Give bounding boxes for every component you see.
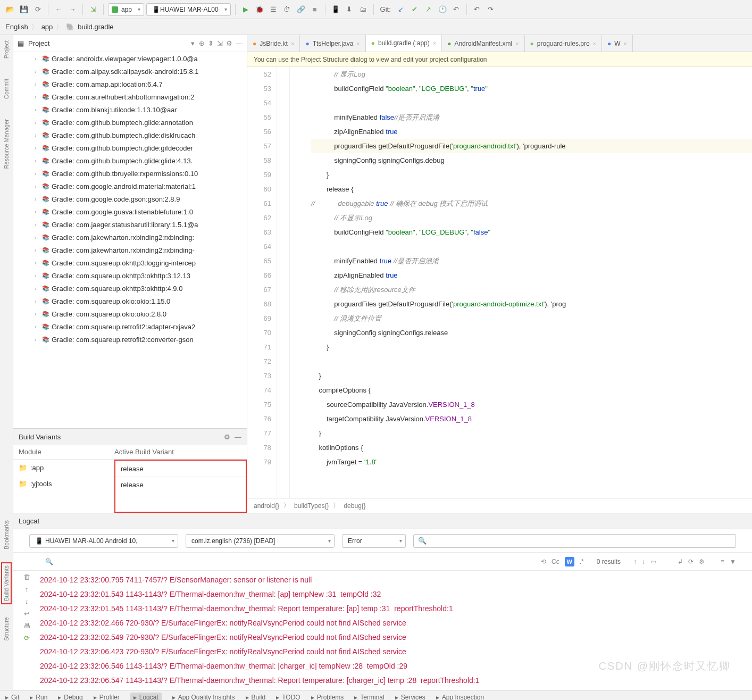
status-services[interactable]: ▸Services [395, 694, 425, 701]
tree-item[interactable]: ›📚Gradle: com.jaeger.statusbarutil:libra… [13, 218, 247, 231]
logcat-level-select[interactable]: Error [342, 534, 406, 548]
wrap-icon[interactable]: ↩ [24, 610, 30, 618]
forward-icon[interactable]: → [66, 4, 78, 15]
regex-icon[interactable]: .* [580, 558, 584, 565]
close-icon[interactable]: × [624, 40, 627, 47]
scroll-up-icon[interactable]: ↑ [25, 585, 29, 593]
editor-tab[interactable]: ●JsBride.kt× [247, 35, 300, 52]
hide-icon[interactable]: — [236, 39, 243, 47]
breadcrumb-module[interactable]: app [41, 23, 53, 31]
rail-resource-manager[interactable]: Resource Manager [2, 117, 11, 171]
sdk-icon[interactable]: ⬇ [344, 4, 355, 15]
close-icon[interactable]: × [433, 40, 436, 46]
avd-icon[interactable]: 📱 [330, 4, 341, 15]
vcs-push-icon[interactable]: ↗ [423, 4, 435, 15]
target-icon[interactable]: ⊕ [199, 39, 205, 47]
editor-tab[interactable]: ●build.gradle (:app)× [366, 35, 442, 52]
filter-icon[interactable]: ▼ [730, 558, 736, 565]
logcat-process-select[interactable]: com.lz.english (2736) [DEAD] [186, 534, 335, 548]
settings-icon[interactable]: ⚙ [699, 558, 705, 565]
tree-item[interactable]: ›📚Gradle: com.blankj:utilcode:1.13.10@aa… [13, 103, 247, 116]
status-profiler[interactable]: ▸Profiler [94, 694, 120, 701]
close-icon[interactable]: × [356, 40, 360, 47]
gear-icon[interactable]: ⚙ [224, 433, 230, 441]
tree-item[interactable]: ›📚Gradle: com.squareup.retrofit2:convert… [13, 333, 247, 346]
restart-icon[interactable]: ⟳ [688, 558, 693, 565]
tree-item[interactable]: ›📚Gradle: com.squareup.retrofit2:adapter… [13, 320, 247, 333]
tree-item[interactable]: ›📚Gradle: com.github.tbruyelle:rxpermiss… [13, 167, 247, 180]
line-gutter[interactable]: 5253545556575859606162636465666768697071… [247, 67, 277, 498]
vcs-history-icon[interactable]: 🕐 [437, 4, 448, 15]
status-debug[interactable]: ▸Debug [58, 694, 82, 701]
tree-item[interactable]: ›📚Gradle: com.squareup.okhttp3:okhttp:3.… [13, 269, 247, 282]
expand-icon[interactable]: ⇲ [217, 39, 223, 47]
build-icon[interactable]: ⇲ [87, 4, 99, 15]
stop-icon[interactable]: ■ [309, 4, 321, 15]
tree-item[interactable]: ›📚Gradle: com.squareup.okhttp3:logging-i… [13, 256, 247, 269]
hide-icon[interactable]: — [235, 433, 241, 441]
redo-icon[interactable]: ↷ [485, 4, 497, 15]
editor-tab[interactable]: ●W× [602, 35, 633, 52]
rail-structure[interactable]: Structure [2, 615, 11, 643]
status-git[interactable]: ▸Git [5, 694, 19, 701]
run-config-select[interactable]: app [108, 3, 144, 16]
match-case-icon[interactable]: Cc [552, 558, 559, 565]
profile-icon[interactable]: ⏱ [281, 4, 293, 15]
status-todo[interactable]: ▸TODO [276, 694, 300, 701]
coverage-icon[interactable]: ☰ [268, 4, 279, 15]
regex-prev-icon[interactable]: ⟲ [541, 558, 546, 565]
close-icon[interactable]: × [515, 40, 519, 47]
editor-tab[interactable]: ●AndroidManifest.xml× [442, 35, 524, 52]
status-terminal[interactable]: ▸Terminal [354, 694, 384, 701]
tree-item[interactable]: ›📚Gradle: com.google.guava:listenablefut… [13, 205, 247, 218]
editor-tab[interactable]: ●TtsHelper.java× [300, 35, 365, 52]
status-app-inspection[interactable]: ▸App Inspection [436, 694, 484, 701]
logcat-device-select[interactable]: 📱 HUAWEI MAR-AL00 Android 10, [29, 534, 178, 548]
logcat-header[interactable]: Logcat [13, 513, 752, 529]
module-yjtools[interactable]: 📁 :yjtools [19, 480, 109, 488]
tree-item[interactable]: ›📚Gradle: com.github.bumptech.glide:gifd… [13, 141, 247, 154]
select-all-icon[interactable]: ▭ [650, 558, 656, 565]
close-icon[interactable]: × [291, 40, 294, 47]
tree-item[interactable]: ›📚Gradle: com.github.bumptech.glide:glid… [13, 154, 247, 167]
vcs-commit-icon[interactable]: ✔ [409, 4, 421, 15]
code-editor[interactable]: // 显示Log buildConfigField "boolean", "LO… [290, 67, 752, 498]
project-view-icon[interactable]: ▤ [18, 39, 24, 47]
open-icon[interactable]: 📂 [4, 4, 16, 15]
status-problems[interactable]: ▸Problems [311, 694, 344, 701]
rail-build-variants[interactable]: Build Variants [1, 562, 12, 604]
variant-yjtools[interactable]: release [115, 477, 246, 493]
tree-item[interactable]: ›📚Gradle: com.jakewharton.rxbinding2:rxb… [13, 231, 247, 244]
tree-item[interactable]: ›📚Gradle: com.github.bumptech.glide:anno… [13, 116, 247, 129]
words-icon[interactable]: W [565, 557, 574, 566]
tree-item[interactable]: ›📚Gradle: com.github.bumptech.glide:disk… [13, 129, 247, 141]
vcs-rollback-icon[interactable]: ↶ [450, 4, 462, 15]
back-icon[interactable]: ← [53, 4, 64, 15]
tree-item[interactable]: ›📚Gradle: com.jakewharton.rxbinding2:rxb… [13, 244, 247, 256]
tree-item[interactable]: ›📚Gradle: com.alipay.sdk:alipaysdk-andro… [13, 65, 247, 78]
status-logcat[interactable]: ▸Logcat [130, 693, 162, 701]
scroll-down-icon[interactable]: ↓ [25, 597, 29, 605]
layout-inspector-icon[interactable]: 🗂 [357, 4, 369, 15]
search-icon[interactable]: 🔍 [45, 558, 53, 565]
tree-item[interactable]: ›📚Gradle: com.aurelhubert:ahbottomnaviga… [13, 90, 247, 103]
tree-item[interactable]: ›📚Gradle: com.squareup.okio:okio:2.8.0 [13, 307, 247, 320]
project-tree[interactable]: ›📚Gradle: androidx.viewpager:viewpager:1… [13, 52, 247, 428]
variant-app[interactable]: release [115, 461, 246, 477]
tree-item[interactable]: ›📚Gradle: com.google.android.material:ma… [13, 180, 247, 193]
tree-item[interactable]: ›📚Gradle: com.google.code.gson:gson:2.8.… [13, 193, 247, 205]
breadcrumb-file[interactable]: build.gradle [78, 23, 113, 31]
rail-project[interactable]: Project [2, 38, 11, 61]
status-app-quality-insights[interactable]: ▸App Quality Insights [172, 694, 235, 701]
down-icon[interactable]: ↓ [642, 558, 645, 565]
tree-item[interactable]: ›📚Gradle: com.squareup.okhttp3:okhttp:4.… [13, 282, 247, 295]
vcs-update-icon[interactable]: ↙ [395, 4, 407, 15]
logcat-output[interactable]: 2024-10-12 23:32:00.795 7411-7457/? E/Se… [40, 571, 752, 690]
status-build[interactable]: ▸Build [246, 694, 266, 701]
attach-icon[interactable]: 🔗 [295, 4, 307, 15]
run-icon[interactable]: ▶ [240, 4, 252, 15]
rail-commit[interactable]: Commit [2, 77, 11, 101]
tree-item[interactable]: ›📚Gradle: com.amap.api:location:6.4.7 [13, 78, 247, 90]
up-icon[interactable]: ↑ [633, 558, 637, 565]
undo-icon[interactable]: ↶ [471, 4, 483, 15]
